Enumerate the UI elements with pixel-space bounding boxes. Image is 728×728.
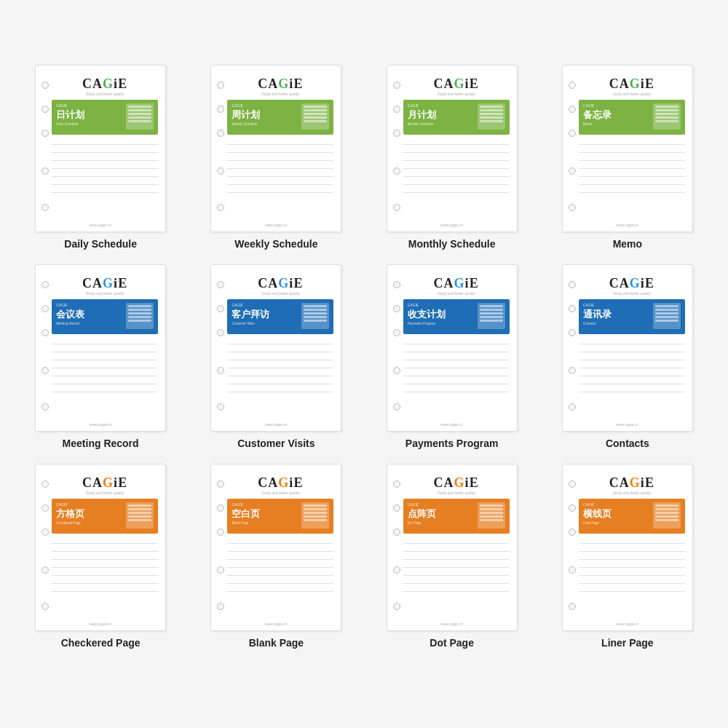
- item-1-1[interactable]: CAGiEStudy and better qualityCAGIE客户拜访Cu…: [190, 264, 362, 449]
- cover-thumb: [478, 303, 505, 329]
- cover-sub-en: Dot Page: [408, 521, 475, 525]
- ring-5: [41, 403, 49, 411]
- website-text: www.cagie.cn: [387, 223, 517, 227]
- brand-tagline: Study and better quality: [579, 92, 685, 96]
- cover-cat: CAGIE: [232, 502, 298, 507]
- ring-5: [41, 204, 49, 211]
- ring-3: [393, 130, 400, 137]
- ring-2: [569, 505, 576, 512]
- lined-area: [52, 337, 158, 392]
- lined-area: [579, 537, 685, 592]
- cover-block: CAGIE空白页Blank Page: [227, 499, 333, 534]
- item-0-2[interactable]: CAGiEStudy and better qualityCAGIE月计划Mon…: [366, 65, 538, 250]
- cover-thumb: [126, 502, 154, 529]
- brand-logo: CAGiE: [579, 475, 685, 491]
- cover-block: CAGIE通讯录Contacts: [579, 299, 685, 334]
- ring-2: [41, 106, 49, 113]
- cover-cat: CAGIE: [56, 303, 123, 307]
- website-text: www.cagie.cn: [563, 422, 692, 427]
- brand-tagline: Study and better quality: [52, 92, 158, 96]
- cover-title-cn: 点阵页: [408, 508, 475, 520]
- page: CAGiEStudy and better qualityCAGIE日计划Dai…: [0, 43, 728, 685]
- item-1-3[interactable]: CAGiEStudy and better qualityCAGIE通讯录Con…: [542, 264, 713, 449]
- brand-logo: CAGiE: [227, 76, 333, 92]
- brand-tagline: Study and better quality: [579, 491, 685, 495]
- item-1-0[interactable]: CAGiEStudy and better qualityCAGIE会议表Mee…: [15, 264, 186, 449]
- ring-2: [41, 305, 49, 312]
- cover-sub-en: Monthly Schedule: [408, 122, 475, 126]
- lined-area: [227, 537, 333, 592]
- ring-2: [41, 505, 49, 512]
- ring-5: [217, 403, 224, 411]
- item-label: Meeting Record: [63, 438, 139, 449]
- cover-block: CAGIE横线页Liner Page: [579, 499, 685, 534]
- cover-sub-en: Customer Visits: [232, 322, 298, 325]
- item-label: Dot Page: [430, 637, 474, 649]
- item-label: Monthly Schedule: [408, 238, 496, 250]
- item-label: Daily Schedule: [64, 238, 137, 250]
- item-2-2[interactable]: CAGiEStudy and better qualityCAGIE点阵页Dot…: [366, 464, 538, 649]
- brand-tagline: Study and better quality: [227, 491, 333, 495]
- ring-5: [569, 403, 576, 411]
- cover-block: CAGIE日计划Daily Schedule: [52, 100, 158, 135]
- ring-4: [217, 367, 224, 374]
- cover-thumb: [653, 303, 681, 329]
- cover-block: CAGIE客户拜访Customer Visits: [227, 299, 333, 334]
- item-2-0[interactable]: CAGiEStudy and better qualityCAGIE方格页Che…: [15, 464, 186, 649]
- ring-1: [569, 82, 576, 89]
- item-label: Contacts: [606, 438, 649, 449]
- ring-4: [41, 167, 49, 175]
- ring-1: [393, 480, 400, 488]
- website-text: www.cagie.cn: [563, 223, 692, 227]
- item-0-0[interactable]: CAGiEStudy and better qualityCAGIE日计划Dai…: [15, 65, 186, 250]
- lined-area: [403, 138, 510, 193]
- item-1-2[interactable]: CAGiEStudy and better qualityCAGIE收支计划Pa…: [366, 264, 538, 449]
- brand-tagline: Study and better quality: [403, 92, 510, 96]
- cover-block: CAGIE收支计划Payments Program: [403, 299, 510, 334]
- cover-cat: CAGIE: [232, 303, 298, 307]
- lined-area: [52, 138, 158, 193]
- item-label: Checkered Page: [61, 637, 141, 649]
- cover-block: CAGIE周计划Weekly Schedule: [227, 100, 333, 135]
- cover-thumb: [126, 103, 154, 130]
- item-2-3[interactable]: CAGiEStudy and better qualityCAGIE横线页Lin…: [542, 464, 713, 649]
- cover-thumb: [301, 303, 329, 329]
- cover-sub-en: Meeting Record: [56, 322, 123, 325]
- website-text: www.cagie.cn: [36, 422, 165, 427]
- ring-4: [217, 566, 224, 574]
- brand-tagline: Study and better quality: [52, 491, 158, 495]
- brand-logo: CAGiE: [403, 76, 510, 92]
- ring-2: [217, 305, 224, 312]
- item-2-1[interactable]: CAGiEStudy and better qualityCAGIE空白页Bla…: [190, 464, 362, 649]
- brand-logo: CAGiE: [52, 76, 158, 92]
- ring-4: [41, 566, 49, 574]
- brand-logo: CAGiE: [579, 276, 685, 291]
- item-label: Customer Visits: [237, 438, 314, 449]
- item-0-3[interactable]: CAGiEStudy and better qualityCAGIE备忘录Mem…: [542, 65, 713, 250]
- cover-sub-en: Liner Page: [583, 521, 650, 525]
- lined-area: [227, 337, 333, 392]
- ring-4: [569, 167, 576, 175]
- cover-title-cn: 横线页: [583, 508, 650, 520]
- ring-5: [393, 204, 400, 211]
- cover-thumb: [478, 502, 505, 529]
- cover-sub-en: Contacts: [583, 322, 650, 325]
- ring-3: [393, 529, 400, 536]
- ring-1: [569, 480, 576, 488]
- ring-2: [393, 305, 400, 312]
- ring-2: [393, 505, 400, 512]
- brand-logo: CAGiE: [52, 475, 158, 491]
- item-0-1[interactable]: CAGiEStudy and better qualityCAGIE周计划Wee…: [190, 65, 362, 250]
- website-text: www.cagie.cn: [387, 622, 517, 626]
- ring-4: [393, 566, 400, 574]
- brand-logo: CAGiE: [52, 276, 158, 291]
- brand-tagline: Study and better quality: [579, 291, 685, 296]
- cover-thumb: [653, 502, 681, 529]
- ring-1: [41, 82, 49, 89]
- cover-sub-en: Weekly Schedule: [232, 122, 298, 126]
- cover-title-cn: 收支计划: [408, 309, 475, 320]
- ring-3: [393, 329, 400, 336]
- item-label: Payments Program: [405, 438, 499, 449]
- item-label: Liner Page: [601, 637, 654, 649]
- ring-2: [217, 505, 224, 512]
